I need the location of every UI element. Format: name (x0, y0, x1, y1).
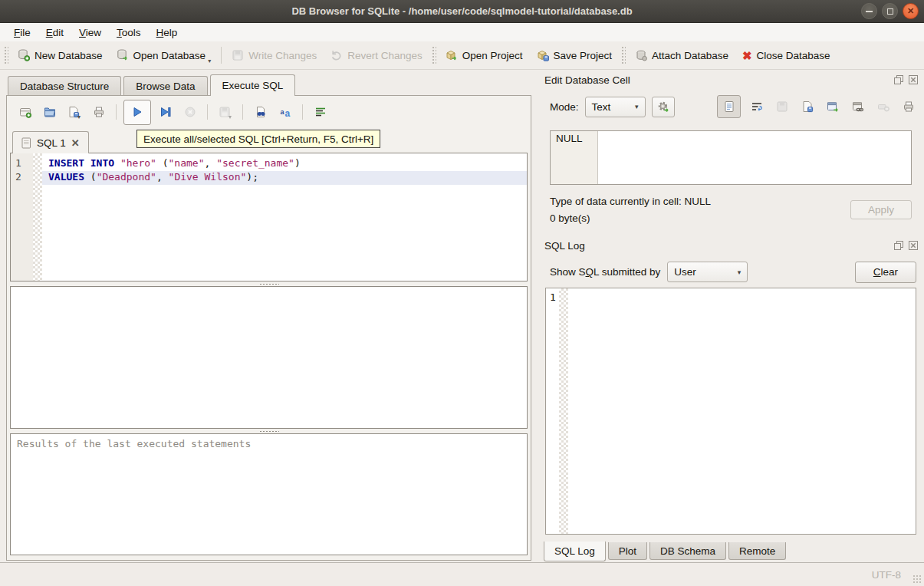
float-dock-icon[interactable] (893, 240, 904, 251)
execute-line-icon (159, 106, 172, 118)
text-document-icon (723, 100, 735, 113)
menu-edit[interactable]: Edit (38, 25, 71, 41)
text-mode-button[interactable] (717, 95, 741, 118)
cell-info-row: Type of data currently in cell: NULL 0 b… (550, 196, 912, 224)
save-sql-file-button[interactable]: ▾ (64, 102, 84, 123)
tab-remote[interactable]: Remote (728, 542, 786, 560)
word-wrap-lines-button[interactable] (310, 102, 330, 123)
stop-execution-button (179, 102, 200, 123)
print-icon (93, 106, 105, 118)
mode-select[interactable]: Text ▾ (585, 97, 646, 117)
title-bar: DB Browser for SQLite - /home/user/code/… (0, 0, 924, 23)
menu-tools[interactable]: Tools (109, 25, 149, 41)
tab-plot[interactable]: Plot (608, 542, 647, 560)
sql-log-title: SQL Log (544, 240, 585, 252)
apply-button: Apply (850, 200, 912, 219)
tab-execute-sql[interactable]: Execute SQL (210, 74, 296, 96)
open-file-icon (44, 106, 56, 118)
log-margin-strip (559, 288, 568, 534)
toolbar-separator (207, 104, 208, 120)
minimize-icon[interactable] (861, 3, 877, 19)
tab-db-schema[interactable]: DB Schema (649, 542, 726, 560)
resize-grip[interactable] (912, 574, 922, 584)
tab-sql-log[interactable]: SQL Log (544, 542, 606, 561)
toolbar-separator (221, 47, 222, 64)
format-icon: aa (279, 106, 291, 118)
encoding-indicator[interactable]: UTF-8 (872, 569, 901, 581)
sql-1-tab[interactable]: SQL 1 ✕ (12, 131, 89, 153)
sql-log-area[interactable]: 1 (545, 288, 916, 535)
chevron-down-icon: ▾ (635, 103, 639, 110)
results-grid[interactable] (10, 286, 528, 429)
float-dock-icon[interactable] (893, 74, 904, 85)
close-dock-icon[interactable] (908, 74, 919, 85)
close-database-button[interactable]: ✖ Close Database (735, 44, 837, 67)
toolbar-drag-handle[interactable] (4, 46, 8, 64)
cell-mode-row: Mode: Text ▾ (544, 95, 919, 118)
open-database-button[interactable]: Open Database ▾ (110, 44, 219, 67)
save-results-button: ▾ (215, 102, 235, 123)
find-button[interactable] (250, 102, 271, 123)
line-number: 1 (11, 157, 33, 171)
open-database-icon (117, 49, 129, 61)
execute-sql-tooltip: Execute all/selected SQL [Ctrl+Return, F… (136, 130, 380, 148)
main-toolbar: New Database Open Database ▾ Write Chang… (0, 41, 924, 70)
results-message-area[interactable]: Results of the last executed statements (10, 433, 528, 555)
export-data-icon[interactable] (801, 100, 814, 113)
line-number: 2 (11, 171, 33, 185)
maximize-icon[interactable] (882, 3, 898, 19)
toolbar-drag-handle[interactable] (432, 46, 436, 64)
auto-format-button[interactable]: aa (275, 102, 295, 123)
toolbar-separator (302, 104, 303, 120)
save-project-button[interactable]: Save Project (530, 44, 620, 67)
edit-cell-dock-header: Edit Database Cell (544, 72, 919, 87)
open-in-external-icon[interactable] (827, 100, 839, 113)
menu-help[interactable]: Help (149, 25, 186, 41)
code-area[interactable]: INSERT INTO "hero" ("name", "secret_name… (42, 153, 527, 281)
cell-content[interactable] (598, 131, 911, 184)
open-database-menu-arrow[interactable]: ▾ (208, 58, 211, 64)
window-title: DB Browser for SQLite - /home/user/code/… (291, 5, 632, 17)
auto-switch-mode-button[interactable] (652, 97, 675, 117)
open-sql-file-button[interactable] (39, 102, 60, 123)
close-icon[interactable]: ✕ (903, 3, 919, 19)
clear-log-button[interactable]: Clear (855, 262, 916, 283)
sql-code-editor[interactable]: 1 2 INSERT INTO "hero" ("name", "secret_… (10, 153, 528, 281)
copy-link-icon[interactable] (852, 100, 864, 113)
open-project-button[interactable]: Open Project (439, 44, 530, 67)
execute-icon (131, 106, 143, 118)
log-content (568, 288, 916, 534)
save-results-menu-arrow: ▾ (229, 114, 232, 120)
save-menu-arrow: ▾ (77, 114, 81, 120)
toolbar-separator (242, 104, 243, 120)
sql-tab-close-icon[interactable]: ✕ (71, 137, 80, 149)
import-data-icon (776, 100, 788, 113)
status-bar: UTF-8 (0, 562, 924, 586)
submitted-by-select[interactable]: User ▾ (667, 262, 748, 282)
code-line-1: INSERT INTO "hero" ("name", "secret_name… (42, 157, 527, 171)
chevron-down-icon: ▾ (738, 268, 742, 276)
new-tab-icon (19, 106, 31, 118)
line-number-gutter: 1 2 (11, 153, 33, 281)
save-project-icon (537, 49, 549, 61)
right-pane: Edit Database Cell Mode: Text ▾ (544, 71, 919, 562)
execute-current-line-button[interactable] (155, 102, 176, 123)
tab-database-structure[interactable]: Database Structure (8, 76, 121, 95)
tab-browse-data[interactable]: Browse Data (123, 76, 207, 95)
menu-view[interactable]: View (71, 25, 109, 41)
word-wrap-icon[interactable] (751, 100, 763, 113)
attach-database-button[interactable]: Attach Database (628, 44, 735, 67)
cell-type-info: Type of data currently in cell: NULL (550, 196, 711, 207)
new-database-button[interactable]: New Database (11, 44, 110, 67)
cell-editor[interactable]: NULL (550, 130, 912, 185)
sql-log-dock-header: SQL Log (544, 238, 919, 253)
execute-sql-button[interactable] (123, 100, 151, 125)
print-sql-button[interactable] (88, 102, 109, 123)
write-changes-icon (232, 49, 244, 61)
close-dock-icon[interactable] (908, 240, 919, 251)
close-database-icon: ✖ (742, 50, 752, 61)
toolbar-drag-handle[interactable] (621, 46, 626, 64)
new-sql-tab-button[interactable] (15, 102, 35, 123)
print-cell-icon[interactable] (903, 100, 915, 113)
menu-file[interactable]: File (6, 25, 38, 41)
